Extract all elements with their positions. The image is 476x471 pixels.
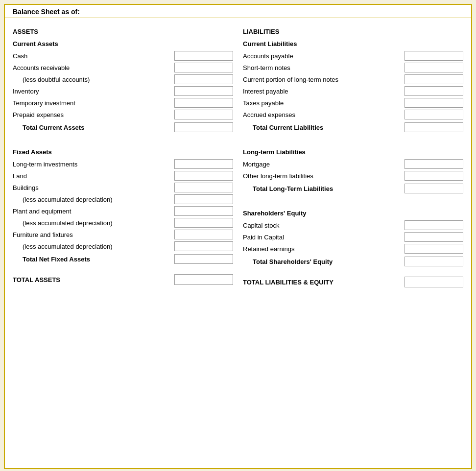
list-item: (less accumulated depreciation) [13,217,233,228]
retained-earnings-label: Retained earnings [243,245,405,253]
current-assets-label: Current Assets [13,40,233,47]
list-item: Retained earnings [243,243,463,254]
temporary-investment-input[interactable] [174,98,233,108]
accounts-payable-input[interactable] [405,51,463,61]
total-shareholders-equity-label: Total Shareholders' Equity [243,258,405,265]
list-item: Temporary investment [13,97,233,108]
inventory-label: Inventory [13,88,174,95]
total-longterm-liabilities-row: Total Long-Term Liabilities [243,183,463,194]
total-longterm-liabilities-label: Total Long-Term Liabilities [243,185,405,192]
temporary-investment-label: Temporary investment [13,99,174,107]
total-shareholders-equity-input[interactable] [405,257,463,266]
buildings-input[interactable] [174,183,233,192]
total-liabilities-equity-label: TOTAL LIABILITIES & EQUITY [243,279,405,286]
mortgage-input[interactable] [405,159,463,169]
less-accum-dep-plant-input[interactable] [174,218,233,228]
less-accum-dep-buildings-label: (less accumulated depreciation) [13,196,174,203]
short-term-notes-input[interactable] [405,63,463,72]
total-current-liabilities-input[interactable] [405,122,463,132]
list-item: Land [13,170,233,181]
liabilities-main-label: LIABILITIES [243,28,463,35]
plant-equipment-input[interactable] [174,206,233,216]
less-accum-dep-plant-label: (less accumulated depreciation) [13,219,174,227]
buildings-label: Buildings [13,184,174,191]
less-accum-dep-furniture-label: (less accumulated depreciation) [13,243,174,250]
list-item: (less accumulated depreciation) [13,241,233,252]
longterm-investments-label: Long-term investments [13,161,174,168]
less-accum-dep-buildings-input[interactable] [174,194,233,204]
total-assets-input[interactable] [174,274,233,285]
list-item: Capital stock [243,220,463,231]
other-longterm-input[interactable] [405,171,463,181]
furniture-fixtures-input[interactable] [174,230,233,239]
list-item: (less accumulated depreciation) [13,194,233,205]
list-item: Furniture and fixtures [13,229,233,240]
list-item: Other long-term liabilities [243,170,463,181]
capital-stock-label: Capital stock [243,222,405,229]
paid-in-capital-input[interactable] [405,232,463,242]
list-item: Accounts payable [243,50,463,61]
list-item: Long-term investments [13,159,233,169]
total-net-fixed-assets-row: Total Net Fixed Assets [13,254,233,264]
other-longterm-label: Other long-term liabilities [243,172,405,180]
short-term-notes-label: Short-term notes [243,64,405,71]
list-item: Plant and equipment [13,206,233,216]
list-item: Accounts receivable [13,62,233,73]
total-liabilities-equity-row: TOTAL LIABILITIES & EQUITY [243,277,463,287]
less-accum-dep-furniture-input[interactable] [174,241,233,251]
accounts-receivable-input[interactable] [174,63,233,72]
current-portion-longterm-input[interactable] [405,74,463,84]
list-item: Inventory [13,86,233,96]
list-item: Interest payable [243,86,463,96]
page-title: Balance Sheet as of: [5,5,471,18]
list-item: Cash [13,50,233,61]
list-item: Short-term notes [243,62,463,73]
longterm-investments-input[interactable] [174,159,233,169]
land-label: Land [13,172,174,180]
plant-equipment-label: Plant and equipment [13,208,174,215]
total-current-liabilities-label: Total Current Liabilities [243,124,405,131]
retained-earnings-input[interactable] [405,244,463,254]
furniture-fixtures-label: Furniture and fixtures [13,231,174,238]
accounts-receivable-label: Accounts receivable [13,64,174,71]
fixed-assets-label: Fixed Assets [13,148,233,156]
liabilities-section: LIABILITIES Current Liabilities Accounts… [238,26,463,290]
list-item: Taxes payable [243,97,463,108]
accrued-expenses-input[interactable] [405,110,463,119]
list-item: Current portion of long-term notes [243,74,463,85]
current-portion-longterm-label: Current portion of long-term notes [243,76,405,83]
total-assets-label: TOTAL ASSETS [13,276,174,283]
shareholders-equity-label: Shareholders' Equity [243,210,463,217]
land-input[interactable] [174,171,233,181]
inventory-input[interactable] [174,86,233,96]
longterm-liabilities-label: Long-term Liabilities [243,148,463,156]
prepaid-expenses-input[interactable] [174,110,233,119]
cash-label: Cash [13,52,174,60]
capital-stock-input[interactable] [405,220,463,230]
total-longterm-liabilities-input[interactable] [405,184,463,193]
list-item: Mortgage [243,159,463,169]
total-current-assets-label: Total Current Assets [13,124,174,131]
accrued-expenses-label: Accrued expenses [243,111,405,118]
assets-main-label: ASSETS [13,28,233,35]
taxes-payable-input[interactable] [405,98,463,108]
total-current-liabilities-row: Total Current Liabilities [243,122,463,133]
total-net-fixed-assets-label: Total Net Fixed Assets [13,256,174,263]
less-doubtful-label: (less doubtful accounts) [13,76,174,83]
less-doubtful-input[interactable] [174,74,233,84]
current-liabilities-label: Current Liabilities [243,40,463,47]
total-current-assets-input[interactable] [174,122,233,132]
list-item: Buildings [13,182,233,193]
total-net-fixed-assets-input[interactable] [174,254,233,264]
list-item: Accrued expenses [243,109,463,120]
accounts-payable-label: Accounts payable [243,52,405,60]
paid-in-capital-label: Paid in Capital [243,234,405,241]
total-liabilities-equity-input[interactable] [405,277,463,287]
cash-input[interactable] [174,51,233,61]
assets-section: ASSETS Current Assets Cash Accounts rece… [13,26,238,290]
interest-payable-input[interactable] [405,86,463,96]
list-item: Paid in Capital [243,232,463,242]
list-item: Prepaid expenses [13,109,233,120]
total-assets-row: TOTAL ASSETS [13,274,233,285]
list-item: (less doubtful accounts) [13,74,233,85]
